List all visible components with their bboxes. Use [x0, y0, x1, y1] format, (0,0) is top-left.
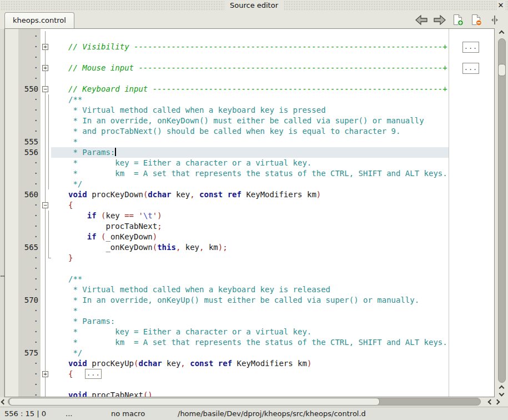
- code-row[interactable]: · * Virtual method called when a keyboar…: [5, 105, 494, 116]
- code-line[interactable]: {...: [51, 369, 494, 379]
- code-line[interactable]: *: [51, 137, 494, 147]
- code-row[interactable]: ·: [5, 31, 494, 42]
- fold-gutter[interactable]: +: [41, 42, 51, 52]
- code-row[interactable]: 550−// Keyboard input ------------------…: [5, 84, 494, 94]
- code-line[interactable]: * In an override, onKeyUp() must either …: [51, 295, 494, 306]
- code-line[interactable]: * Virtual method called when a keyboard …: [51, 284, 494, 295]
- code-line[interactable]: * and procTabNext() should be called whe…: [51, 126, 494, 137]
- code-line[interactable]: [51, 52, 494, 63]
- code-line[interactable]: if (key == '\t'): [51, 211, 494, 221]
- code-row[interactable]: ·+// Visibility ------------------------…: [5, 42, 494, 52]
- code-editor[interactable]: ··+// Visibility -----------------------…: [4, 28, 495, 397]
- code-row[interactable]: · * key = Either a character or a virtua…: [5, 158, 494, 168]
- code-row[interactable]: · procTabNext;: [5, 221, 494, 232]
- scroll-down-icon[interactable]: [499, 391, 505, 397]
- scroll-left-icon[interactable]: [1, 399, 7, 405]
- code-row[interactable]: ·void procTabNext(): [5, 390, 494, 397]
- code-row[interactable]: · if (key == '\t'): [5, 211, 494, 221]
- code-row[interactable]: · *: [5, 306, 494, 316]
- forward-arrow-icon[interactable]: [433, 14, 446, 26]
- scroll-up-icon[interactable]: [499, 386, 505, 391]
- code-row[interactable]: · * Params:: [5, 316, 494, 327]
- code-row[interactable]: ·/**: [5, 94, 494, 105]
- code-row[interactable]: · * and procTabNext() should be called w…: [5, 126, 494, 137]
- collapsed-fold-box[interactable]: ...: [462, 42, 479, 53]
- code-line[interactable]: [51, 379, 494, 390]
- code-row[interactable]: · */: [5, 179, 494, 189]
- fold-gutter[interactable]: −: [41, 84, 51, 94]
- code-row[interactable]: 556 * Params:: [5, 147, 494, 158]
- code-row[interactable]: ·/**: [5, 274, 494, 284]
- left-panel-splitter[interactable]: [0, 29, 4, 397]
- new-document-icon[interactable]: [451, 14, 465, 26]
- fold-gutter[interactable]: +: [41, 63, 51, 73]
- scroll-left-icon[interactable]: [488, 399, 494, 405]
- code-line[interactable]: * In an override, onKeyDown() must eithe…: [51, 116, 494, 126]
- vertical-scrollbar-track[interactable]: [498, 38, 506, 383]
- vertical-scrollbar-thumb[interactable]: [498, 64, 506, 76]
- code-line[interactable]: {: [51, 200, 494, 211]
- code-line[interactable]: // Visibility --------------------------…: [51, 42, 494, 52]
- code-line[interactable]: /**: [51, 274, 494, 284]
- code-line[interactable]: * km = A set that represents the status …: [51, 168, 494, 179]
- fold-gutter[interactable]: −: [41, 200, 51, 211]
- tab-kheops-control[interactable]: kheops.control: [4, 12, 74, 28]
- code-row[interactable]: · * key = Either a character or a virtua…: [5, 327, 494, 337]
- fold-collapse-icon[interactable]: −: [42, 86, 48, 92]
- code-line[interactable]: // Keyboard input ----------------------…: [51, 84, 494, 94]
- code-line[interactable]: [51, 73, 494, 84]
- collapsed-fold-box[interactable]: ...: [462, 63, 479, 74]
- fold-gutter[interactable]: +: [41, 369, 51, 379]
- code-row[interactable]: · * Virtual method called when a keyboar…: [5, 284, 494, 295]
- code-line[interactable]: *: [51, 306, 494, 316]
- back-arrow-icon[interactable]: [415, 14, 428, 26]
- horizontal-scrollbar-thumb[interactable]: [9, 398, 380, 406]
- code-row[interactable]: ·+{...: [5, 369, 494, 379]
- horizontal-scrollbar-track[interactable]: [8, 398, 481, 406]
- scroll-up-icon[interactable]: [499, 31, 505, 36]
- code-row[interactable]: 555 *: [5, 137, 494, 147]
- vertical-scrollbar[interactable]: [496, 29, 508, 397]
- fold-collapse-icon[interactable]: −: [42, 202, 48, 208]
- code-row[interactable]: · * In an override, onKeyDown() must eit…: [5, 116, 494, 126]
- code-row[interactable]: 575 */: [5, 348, 494, 358]
- collapsed-fold-box[interactable]: ...: [85, 369, 102, 379]
- code-line[interactable]: /**: [51, 94, 494, 105]
- remove-document-icon[interactable]: [470, 14, 483, 26]
- code-line[interactable]: _onKeyDown(this, key, km);: [51, 242, 494, 253]
- code-row[interactable]: ·}: [5, 253, 494, 263]
- code-row[interactable]: ·: [5, 73, 494, 84]
- code-row[interactable]: · if (_onKeyDown): [5, 232, 494, 242]
- code-line[interactable]: void procKeyDown(dchar key, const ref Ke…: [51, 189, 494, 200]
- code-line[interactable]: * Virtual method called when a keyboard …: [51, 105, 494, 116]
- code-line[interactable]: */: [51, 348, 494, 358]
- code-row[interactable]: ·: [5, 263, 494, 274]
- code-row[interactable]: ·+// Mouse input -----------------------…: [5, 63, 494, 73]
- fold-expand-icon[interactable]: +: [42, 371, 48, 377]
- code-line[interactable]: void procKeyUp(dchar key, const ref KeyM…: [51, 358, 494, 369]
- code-row[interactable]: · * km = A set that represents the statu…: [5, 337, 494, 348]
- code-line[interactable]: procTabNext;: [51, 221, 494, 232]
- code-row[interactable]: · * km = A set that represents the statu…: [5, 168, 494, 179]
- code-row[interactable]: ·void procKeyUp(dchar key, const ref Key…: [5, 358, 494, 369]
- horizontal-scrollbar[interactable]: [0, 397, 508, 407]
- code-line[interactable]: * Params:: [51, 147, 494, 158]
- code-row[interactable]: 565 _onKeyDown(this, key, km);: [5, 242, 494, 253]
- code-line[interactable]: * Params:: [51, 316, 494, 327]
- close-icon[interactable]: ✕: [496, 1, 505, 10]
- code-line[interactable]: // Mouse input -------------------------…: [51, 63, 494, 73]
- code-line[interactable]: */: [51, 179, 494, 189]
- code-line[interactable]: * key = Either a character or a virtual …: [51, 327, 494, 337]
- fold-expand-icon[interactable]: +: [42, 44, 48, 50]
- code-line[interactable]: if (_onKeyDown): [51, 232, 494, 242]
- code-line[interactable]: * km = A set that represents the status …: [51, 337, 494, 348]
- code-line[interactable]: void procTabNext(): [51, 390, 494, 397]
- code-row[interactable]: ·−{: [5, 200, 494, 211]
- code-line[interactable]: [51, 31, 494, 42]
- code-row[interactable]: ·: [5, 52, 494, 63]
- code-line[interactable]: [51, 263, 494, 274]
- code-row[interactable]: ·: [5, 379, 494, 390]
- code-row[interactable]: 570 * In an override, onKeyUp() must eit…: [5, 295, 494, 306]
- scroll-right-icon[interactable]: [495, 399, 500, 405]
- code-line[interactable]: * key = Either a character or a virtual …: [51, 158, 494, 168]
